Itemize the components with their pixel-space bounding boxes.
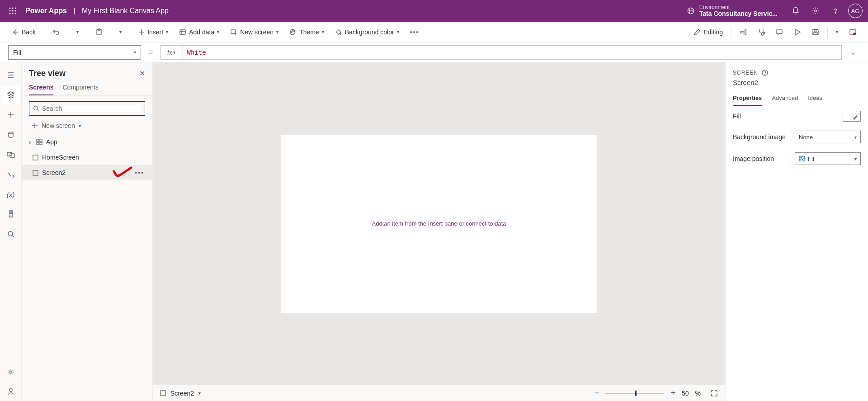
status-screen-name[interactable]: Screen2 (170, 390, 194, 397)
save-icon (812, 28, 819, 36)
rail-search-icon[interactable] (2, 225, 20, 243)
svg-point-2 (15, 8, 16, 9)
rail-advanced-tools-icon[interactable] (2, 205, 20, 223)
tree-item-homescreen[interactable]: HomeScreen (22, 150, 152, 165)
tree-new-screen-button[interactable]: New screen▾ (22, 119, 152, 134)
settings-icon[interactable] (806, 0, 826, 22)
app-icon (36, 139, 42, 145)
svg-point-19 (294, 31, 295, 32)
notifications-icon[interactable] (786, 0, 806, 22)
paste-button[interactable] (91, 25, 107, 39)
svg-rect-36 (37, 142, 39, 145)
paste-dropdown[interactable]: ▾ (115, 25, 126, 39)
undo-button[interactable] (48, 25, 64, 39)
rail-tree-icon[interactable] (2, 86, 20, 104)
svg-point-3 (9, 10, 11, 12)
prop-fill-label: Fill (733, 113, 741, 120)
zoom-in-button[interactable]: + (670, 388, 675, 398)
share-icon (740, 28, 747, 36)
publish-icon (849, 28, 856, 36)
save-button[interactable] (807, 25, 824, 39)
connect-data-link[interactable]: connect to data (466, 220, 506, 227)
tab-ideas[interactable]: Ideas (808, 94, 822, 106)
tree-search-input[interactable] (29, 101, 145, 116)
img-position-dropdown[interactable]: Fit ▾ (795, 152, 861, 165)
publish-button[interactable] (844, 25, 861, 39)
tree-view-panel: Tree view ✕ Screens Components New scree… (22, 62, 153, 401)
zoom-out-button[interactable]: − (594, 388, 599, 398)
svg-point-45 (801, 157, 802, 158)
new-screen-button[interactable]: New screen▾ (226, 25, 283, 39)
svg-point-4 (12, 10, 14, 12)
status-bar: Screen2 ▾ − + 50 % (153, 385, 725, 401)
formula-editor[interactable]: fx▾ White (160, 45, 842, 60)
palette-icon (289, 28, 297, 36)
rail-media-icon[interactable] (2, 146, 20, 164)
add-data-button[interactable]: Add data▾ (175, 25, 224, 39)
background-color-button[interactable]: Background color▾ (330, 25, 404, 39)
tab-advanced[interactable]: Advanced (772, 94, 798, 106)
property-selector[interactable]: Fill▾ (8, 45, 141, 60)
insert-pane-link[interactable]: Add an item from the Insert pane (372, 220, 457, 227)
svg-point-31 (9, 371, 12, 373)
bucket-icon (335, 28, 342, 36)
zoom-value: 50 (682, 390, 689, 397)
svg-point-30 (8, 231, 13, 236)
app-checker-button[interactable] (753, 25, 769, 39)
svg-rect-16 (231, 30, 236, 33)
rail-data-icon[interactable] (2, 126, 20, 144)
chevron-down-icon[interactable]: ▾ (198, 391, 201, 396)
editing-mode-button[interactable]: Editing (689, 25, 727, 39)
tab-components[interactable]: Components (62, 84, 98, 95)
tab-screens[interactable]: Screens (29, 84, 53, 95)
fit-to-screen-button[interactable] (711, 390, 718, 397)
svg-point-7 (12, 13, 14, 14)
save-dropdown[interactable]: ▾ (831, 25, 843, 39)
tab-properties[interactable]: Properties (733, 94, 762, 106)
panel-collapse-button[interactable]: › (860, 8, 863, 16)
image-icon (799, 156, 805, 161)
waffle-icon[interactable] (5, 4, 20, 18)
theme-button[interactable]: Theme▾ (285, 25, 329, 39)
svg-point-5 (15, 10, 16, 12)
rail-settings-icon[interactable] (2, 363, 20, 381)
tree-close-button[interactable]: ✕ (139, 69, 145, 78)
rail-virtual-agent-icon[interactable] (2, 383, 20, 401)
rail-variables-icon[interactable]: (x) (2, 185, 20, 203)
annotation-checkmark (112, 166, 133, 179)
zoom-controls: − + 50 % (594, 388, 718, 398)
rail-flows-icon[interactable] (2, 165, 20, 184)
chevron-right-icon[interactable]: › (27, 138, 33, 146)
undo-dropdown[interactable]: ▾ (72, 25, 83, 39)
formula-value[interactable]: White (183, 49, 841, 56)
svg-point-25 (9, 132, 13, 134)
svg-point-20 (764, 32, 765, 33)
canvas-screen[interactable]: Add an item from the Insert pane or conn… (281, 135, 597, 313)
preview-button[interactable] (789, 25, 806, 39)
comments-button[interactable] (771, 25, 788, 39)
prop-bg-image-label: Background image (733, 133, 786, 141)
tree-item-more-button[interactable]: ••• (135, 169, 144, 176)
clipboard-icon (95, 28, 103, 36)
tree-item-app[interactable]: › App (22, 134, 152, 150)
back-button[interactable]: Back (7, 25, 40, 39)
help-circle-icon[interactable] (762, 70, 768, 76)
more-button[interactable]: ••• (406, 25, 424, 39)
product-title: Power Apps | My First Blank Canvas App (25, 7, 169, 15)
share-button[interactable] (735, 25, 751, 39)
tree-item-screen2[interactable]: Screen2 ••• (22, 165, 152, 180)
properties-panel: SCREEN › Screen2 Properties Advanced Ide… (725, 62, 868, 401)
bg-image-dropdown[interactable]: None▾ (795, 131, 861, 143)
svg-point-42 (764, 74, 765, 74)
fx-label[interactable]: fx▾ (161, 46, 183, 59)
rail-hamburger-icon[interactable] (2, 66, 20, 84)
plus-icon (138, 29, 145, 35)
zoom-slider[interactable] (605, 393, 664, 394)
help-icon[interactable] (826, 0, 845, 22)
formula-expand-button[interactable]: ⌄ (846, 42, 860, 62)
fill-color-picker[interactable] (843, 111, 861, 122)
rail-insert-icon[interactable] (2, 106, 20, 124)
svg-rect-34 (37, 139, 39, 142)
insert-button[interactable]: Insert▾ (134, 25, 173, 39)
environment-picker[interactable]: Environment Tata Consultancy Servic... (687, 5, 778, 18)
